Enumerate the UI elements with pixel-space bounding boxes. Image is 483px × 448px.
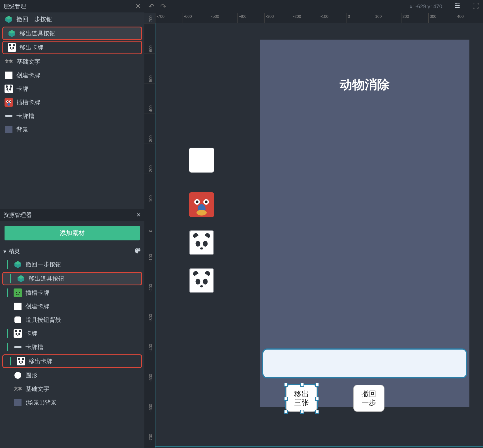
list-item[interactable]: 卡牌 bbox=[0, 327, 144, 340]
cube-teal-icon bbox=[8, 29, 16, 38]
svg-rect-41 bbox=[17, 357, 25, 365]
item-label: 移出道具按钮 bbox=[20, 29, 55, 37]
item-label: 基础文字 bbox=[16, 58, 40, 66]
svg-point-38 bbox=[18, 333, 20, 335]
slot-icon bbox=[14, 343, 22, 351]
ruler-vertical: 7006005004003002001000-100-200-300-400-5… bbox=[144, 23, 155, 448]
game-title-text[interactable]: 动物消除 bbox=[260, 76, 469, 93]
svg-point-7 bbox=[10, 47, 11, 49]
item-label: 创建卡牌 bbox=[25, 302, 49, 310]
svg-rect-34 bbox=[14, 329, 22, 338]
list-item[interactable]: 移出道具按钮 bbox=[2, 272, 142, 285]
list-item[interactable]: 文本基础文字 bbox=[0, 55, 144, 68]
svg-point-70 bbox=[200, 285, 203, 287]
resources-title: 资源管理器 bbox=[3, 211, 32, 219]
list-item[interactable]: 文本基础文字 bbox=[0, 382, 144, 396]
svg-rect-4 bbox=[8, 43, 16, 52]
redo-icon[interactable]: ↷ bbox=[160, 2, 166, 11]
white-sq-icon bbox=[14, 302, 22, 311]
canvas-area: ↶ ↷ x: -629 y: 470 -700-600-500-400-300-… bbox=[144, 0, 483, 448]
item-label: 撤回一步按钮 bbox=[16, 15, 52, 23]
list-item[interactable]: 卡牌槽 bbox=[0, 109, 144, 123]
list-item[interactable]: 移出卡牌 bbox=[2, 41, 142, 54]
bg-icon bbox=[14, 398, 22, 407]
svg-point-5 bbox=[9, 44, 11, 46]
svg-point-6 bbox=[13, 44, 15, 46]
svg-point-49 bbox=[456, 3, 457, 4]
list-item[interactable]: 道具按钮背景 bbox=[0, 313, 144, 327]
item-label: 插槽卡牌 bbox=[25, 289, 49, 297]
resources-panel-header: 资源管理器 ✕ bbox=[0, 209, 144, 221]
settings-icon[interactable] bbox=[454, 2, 461, 11]
svg-rect-11 bbox=[5, 85, 13, 93]
svg-point-47 bbox=[14, 372, 21, 379]
panda-icon bbox=[14, 329, 22, 338]
item-label: 卡牌槽 bbox=[16, 112, 34, 120]
svg-point-51 bbox=[456, 7, 457, 8]
card-slot-sprite[interactable] bbox=[262, 348, 467, 378]
svg-point-37 bbox=[16, 333, 17, 335]
svg-rect-29 bbox=[14, 288, 22, 297]
undo-step-button-sprite[interactable]: 撤回 一步 bbox=[353, 385, 384, 412]
guide-line bbox=[155, 446, 483, 447]
circle-icon bbox=[14, 371, 22, 380]
palette-icon[interactable] bbox=[134, 247, 141, 255]
canvas[interactable]: 动物消除 移出 三张 撤回 一步 bbox=[155, 23, 483, 448]
svg-point-42 bbox=[18, 358, 20, 360]
list-item[interactable]: 背景 bbox=[0, 123, 144, 136]
item-label: 移出道具按钮 bbox=[29, 275, 64, 283]
guide-line bbox=[155, 23, 155, 448]
svg-point-44 bbox=[19, 361, 20, 363]
item-label: 撤回一步按钮 bbox=[25, 260, 61, 268]
svg-point-56 bbox=[205, 201, 208, 203]
list-item[interactable]: 移出道具按钮 bbox=[2, 27, 142, 40]
add-asset-button[interactable]: 添加素材 bbox=[5, 226, 140, 240]
list-item[interactable]: 移出卡牌 bbox=[2, 354, 142, 368]
txt-icon: 文本 bbox=[14, 385, 22, 393]
item-label: 创建卡牌 bbox=[16, 71, 40, 79]
parrot-icon bbox=[5, 98, 13, 107]
list-item[interactable]: 创建卡牌 bbox=[0, 68, 144, 82]
svg-point-39 bbox=[17, 335, 18, 336]
panda-icon bbox=[5, 85, 13, 93]
item-label: 背景 bbox=[16, 126, 28, 133]
list-item[interactable]: (场景1)背景 bbox=[0, 396, 144, 409]
svg-point-63 bbox=[203, 241, 208, 247]
layers-title: 层级管理 bbox=[3, 3, 26, 10]
list-item[interactable]: 撤回一步按钮 bbox=[0, 12, 144, 26]
panda-card-sprite[interactable] bbox=[189, 268, 214, 293]
svg-point-45 bbox=[22, 361, 23, 363]
txt-icon: 文本 bbox=[5, 57, 13, 66]
list-item[interactable]: 插槽卡牌 bbox=[0, 286, 144, 300]
item-label: 插槽卡牌 bbox=[16, 98, 40, 106]
svg-point-68 bbox=[196, 279, 200, 285]
close-icon[interactable]: ✕ bbox=[135, 2, 141, 10]
svg-point-30 bbox=[16, 292, 17, 293]
undo-icon[interactable]: ↶ bbox=[148, 2, 155, 11]
list-item[interactable]: 创建卡牌 bbox=[0, 300, 144, 313]
svg-rect-23 bbox=[5, 115, 12, 117]
list-item[interactable]: 插槽卡牌 bbox=[0, 96, 144, 109]
green-face-icon bbox=[14, 288, 22, 297]
panda-card-sprite[interactable] bbox=[189, 230, 214, 255]
category-label: 精灵 bbox=[8, 247, 20, 255]
list-item[interactable]: 圆形 bbox=[0, 369, 144, 382]
item-label: 移出卡牌 bbox=[29, 357, 52, 365]
create-card-sprite[interactable] bbox=[189, 148, 214, 173]
guide-line bbox=[155, 39, 483, 39]
svg-point-13 bbox=[10, 85, 12, 88]
ruler-horizontal: -700-600-500-400-300-200-100010020030040… bbox=[155, 13, 483, 23]
list-item[interactable]: 卡牌 bbox=[0, 82, 144, 96]
bg-icon bbox=[5, 125, 13, 134]
list-item[interactable]: 撤回一步按钮 bbox=[0, 258, 144, 271]
sprite-category-row[interactable]: ▾ 精灵 bbox=[0, 245, 144, 258]
svg-point-43 bbox=[22, 358, 24, 360]
svg-point-35 bbox=[15, 330, 17, 332]
parrot-card-sprite[interactable] bbox=[189, 192, 214, 217]
close-icon[interactable]: ✕ bbox=[136, 212, 141, 218]
remove-three-button-sprite[interactable]: 移出 三张 bbox=[286, 385, 317, 412]
cube-teal-icon bbox=[17, 274, 25, 283]
list-item[interactable]: 卡牌槽 bbox=[0, 340, 144, 354]
svg-point-9 bbox=[11, 49, 12, 50]
fullscreen-icon[interactable] bbox=[472, 2, 479, 11]
